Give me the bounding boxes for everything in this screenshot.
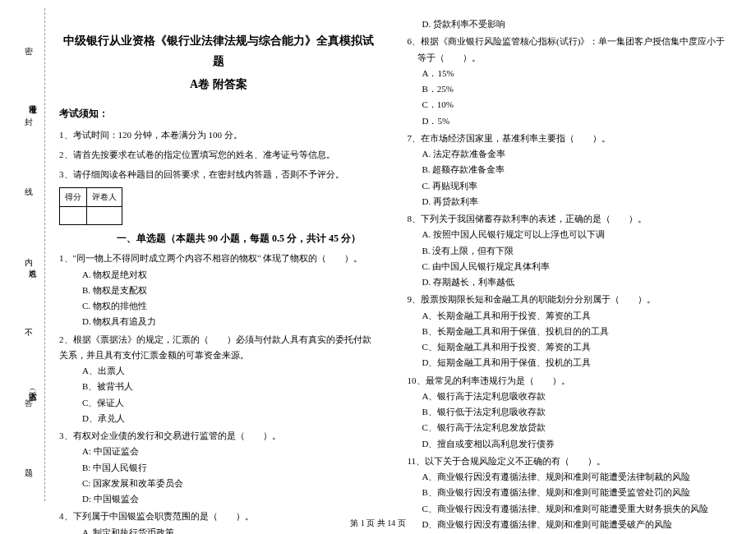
q-stem: 11、以下关于合规风险定义不正确的有（ ）。: [408, 453, 726, 469]
q-option: A. 物权是绝对权: [59, 267, 378, 283]
q-option: D. 再贷款利率: [408, 194, 726, 209]
q-stem: 3、有权对企业债的发行和交易进行监管的是（ ）。: [59, 428, 378, 444]
page-body: 中级银行从业资格《银行业法律法规与综合能力》全真模拟试题 A卷 附答案 考试须知…: [0, 0, 756, 509]
q-option: B、银行低于法定利息吸收存款: [408, 404, 726, 420]
q-option: A、出票人: [59, 363, 378, 379]
q-option: C. 再贴现利率: [408, 178, 726, 194]
q-option: B、长期金融工具和用于保值、投机目的的工具: [408, 324, 726, 339]
q-stem: 10、最常见的利率违规行为是（ ）。: [408, 373, 726, 389]
notice-item: 2、请首先按要求在试卷的指定位置填写您的姓名、准考证号等信息。: [59, 147, 378, 163]
exam-subtitle: A卷 附答案: [59, 75, 378, 95]
score-cell: 得分: [60, 188, 87, 207]
q-option: C、短期金融工具和用于投资、筹资的工具: [408, 339, 726, 355]
exam-title: 中级银行从业资格《银行业法律法规与综合能力》全真模拟试题: [59, 31, 378, 71]
q-stem: 2、根据《票据法》的规定，汇票的（ ）必须与付款人具有真实的委托付款关系，并且具…: [59, 332, 378, 364]
q-option: D. 存期越长，利率越低: [408, 274, 726, 290]
q-option: A、长期金融工具和用于投资、筹资的工具: [408, 308, 726, 324]
q-option: B. 超额存款准备金率: [408, 162, 726, 177]
q-option: B、被背书人: [59, 379, 378, 394]
q-option: D、擅自或变相以高利息发行债券: [408, 436, 726, 452]
notice-item: 3、请仔细阅读各种题目的回答要求，在密封线内答题，否则不予评分。: [59, 167, 378, 182]
q-option: B．25%: [408, 81, 726, 97]
notice-item: 1、考试时间：120 分钟，本卷满分为 100 分。: [59, 127, 378, 143]
q-option: B. 物权是支配权: [59, 283, 378, 298]
left-column: 中级银行从业资格《银行业法律法规与综合能力》全真模拟试题 A卷 附答案 考试须知…: [49, 16, 393, 509]
q-option: A. 按照中国人民银行规定可以上浮也可以下调: [408, 227, 726, 242]
q-option: C. 由中国人民银行规定具体利率: [408, 259, 726, 274]
q-stem: 1、"同一物上不得同时成立两个内容不相容的物权" 体现了物权的（ ）。: [59, 251, 378, 266]
q-option: D. 贷款利率不受影响: [408, 16, 726, 32]
grader-cell: 评卷人: [87, 188, 122, 207]
q-option: D: 中国银监会: [59, 491, 378, 507]
score-table: 得分 评卷人: [59, 187, 122, 225]
q-option: A. 法定存款准备金率: [408, 146, 726, 162]
q-option: C、保证人: [59, 395, 378, 411]
q-stem: 6、根据《商业银行风险监管核心指标(试行)》：单一集团客户授信集中度应小于等于（…: [408, 34, 726, 66]
q-stem: 9、股票按期限长短和金融工具的职能划分分别属于（ ）。: [408, 292, 726, 307]
q-option: A．15%: [408, 66, 726, 81]
q-option: C、商业银行因没有遵循法律、规则和准则可能遭受重大财务损失的风险: [408, 501, 726, 517]
notice-heading: 考试须知：: [59, 105, 378, 122]
q-option: D．5%: [408, 113, 726, 129]
question-1: 1、"同一物上不得同时成立两个内容不相容的物权" 体现了物权的（ ）。 A. 物…: [59, 251, 378, 329]
q-option: B: 中国人民银行: [59, 460, 378, 476]
q-option: B、商业银行因没有遵循法律、规则和准则可能遭受监管处罚的风险: [408, 485, 726, 500]
section-1-heading: 一、单选题（本题共 90 小题，每题 0.5 分，共计 45 分）: [59, 230, 378, 247]
q-option: C、银行高于法定利息发放贷款: [408, 420, 726, 435]
q-stem: 7、在市场经济国家里，基准利率主要指（ ）。: [408, 131, 726, 146]
q-option: C．10%: [408, 97, 726, 113]
q-option: A、银行高于法定利息吸收存款: [408, 389, 726, 404]
q-option: D. 物权具有追及力: [59, 314, 378, 329]
page-footer: 第 1 页 共 14 页: [0, 518, 756, 529]
q-stem: 8、下列关于我国储蓄存款利率的表述，正确的是（ ）。: [408, 211, 726, 227]
q-option: A: 中国证监会: [59, 444, 378, 459]
q-option: B. 没有上限，但有下限: [408, 243, 726, 259]
q-option: C. 物权的排他性: [59, 298, 378, 314]
question-3: 3、有权对企业债的发行和交易进行监管的是（ ）。 A: 中国证监会 B: 中国人…: [59, 428, 378, 507]
q-option: A、商业银行因没有遵循法律、规则和准则可能遭受法律制裁的风险: [408, 469, 726, 485]
side-form-labels: 省（市区） 姓名 准考证号: [26, 16, 43, 493]
q-option: D、短期金融工具和用于保值、投机的工具: [408, 355, 726, 371]
q-option: C: 国家发展和改革委员会: [59, 476, 378, 491]
right-column: D. 贷款利率不受影响 6、根据《商业银行风险监管核心指标(试行)》：单一集团客…: [393, 16, 736, 509]
question-2: 2、根据《票据法》的规定，汇票的（ ）必须与付款人具有真实的委托付款关系，并且具…: [59, 332, 378, 427]
q-option: D、承兑人: [59, 411, 378, 426]
